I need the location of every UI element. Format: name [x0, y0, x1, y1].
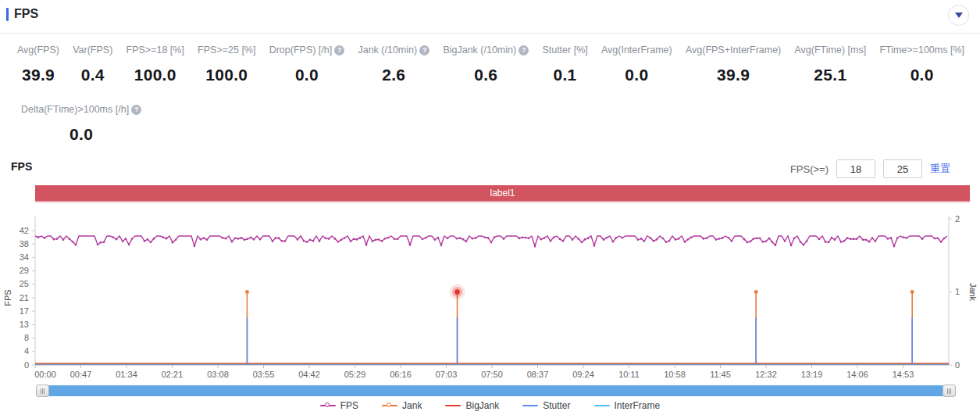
chart-svg: 4238342925211713840210FPSJank00:0000:470… — [0, 205, 980, 385]
legend-item-bigjank[interactable]: BigJank — [445, 400, 499, 411]
legend-item-fps[interactable]: FPS — [320, 400, 358, 411]
header-divider — [0, 33, 980, 34]
metric-label-text: BigJank (/10min) — [443, 45, 516, 55]
metric-label-text: FPS>=25 [%] — [198, 45, 255, 55]
metric-label: Drop(FPS) [/h]? — [269, 45, 345, 55]
metric-label-text: Avg(FPS+InterFrame) — [686, 45, 781, 55]
metric-bigjank-10min-: BigJank (/10min)?0.6 — [443, 45, 529, 84]
svg-text:0: 0 — [24, 360, 29, 370]
metric-avg-fps-: Avg(FPS)39.9 — [17, 45, 59, 84]
fps-chart-canvas[interactable]: 4238342925211713840210FPSJank00:0000:470… — [0, 205, 980, 385]
svg-text:34: 34 — [20, 252, 29, 262]
metric-avg-ftime-ms-: Avg(FTime) [ms]25.1 — [795, 45, 867, 84]
metric-value: 39.9 — [17, 66, 59, 84]
metric-label-text: FTime>=100ms [%] — [879, 45, 964, 55]
fps-max-input[interactable] — [883, 159, 922, 178]
fps-min-input[interactable] — [836, 159, 875, 178]
metric-label: Var(FPS) — [73, 45, 112, 55]
svg-text:00:47: 00:47 — [70, 370, 92, 379]
metric-value: 2.6 — [358, 66, 429, 84]
chart-zoom-scrollbar[interactable] — [37, 385, 954, 396]
help-icon[interactable]: ? — [519, 45, 529, 55]
svg-text:38: 38 — [20, 239, 29, 249]
metric-label: Stutter [%] — [542, 45, 587, 55]
svg-text:05:29: 05:29 — [344, 370, 366, 379]
metric-value: 0.0 — [269, 66, 345, 84]
metric-value: 0.0 — [21, 125, 141, 144]
svg-text:10:58: 10:58 — [664, 370, 686, 379]
accent-bar — [6, 8, 9, 21]
metric-value: 0.6 — [443, 66, 529, 84]
metrics-row-1: Avg(FPS)39.9Var(FPS)0.4FPS>=18 [%]100.0F… — [17, 45, 964, 84]
legend-item-stutter[interactable]: Stutter — [522, 400, 570, 411]
metric-label-text: FPS>=18 [%] — [127, 45, 184, 55]
svg-text:00:00: 00:00 — [34, 370, 56, 379]
svg-text:06:16: 06:16 — [390, 370, 412, 379]
svg-text:07:50: 07:50 — [481, 370, 503, 379]
metric-label-text: Jank (/10min) — [358, 45, 417, 55]
metric-label: Avg(InterFrame) — [601, 45, 672, 55]
svg-text:03:08: 03:08 — [207, 370, 229, 379]
svg-text:01:34: 01:34 — [116, 370, 137, 379]
svg-text:14:06: 14:06 — [846, 370, 868, 379]
svg-text:08:37: 08:37 — [527, 370, 549, 379]
legend-marker-icon — [445, 402, 461, 410]
metric-label: Delta(FTime)>100ms [/h]? — [21, 104, 141, 115]
metric-value: 0.1 — [542, 66, 587, 84]
metric-label-text: Avg(FPS) — [17, 45, 59, 55]
svg-text:13: 13 — [20, 320, 29, 329]
legend-item-interframe[interactable]: InterFrame — [594, 400, 661, 411]
metric-label: Avg(FPS+InterFrame) — [686, 45, 781, 55]
metric-fps-18-: FPS>=18 [%]100.0 — [127, 45, 184, 84]
fps-filter-label: FPS(>=) — [790, 163, 829, 175]
svg-text:42: 42 — [20, 226, 29, 235]
reset-button[interactable]: 重置 — [930, 162, 950, 176]
metric-label-text: Stutter [%] — [542, 45, 587, 55]
metric-ftime-100ms-: FTime>=100ms [%]0.0 — [879, 45, 964, 84]
svg-text:03:55: 03:55 — [253, 370, 275, 379]
legend-label: BigJank — [465, 400, 499, 411]
banner-label: label1 — [490, 188, 515, 199]
collapse-button[interactable] — [948, 5, 969, 26]
metric-value: 25.1 — [795, 66, 867, 84]
legend-item-jank[interactable]: Jank — [382, 400, 422, 411]
metric-avg-interframe-: Avg(InterFrame)0.0 — [601, 45, 672, 84]
scrollbar-right-handle[interactable] — [943, 385, 956, 397]
metric-label-text: Drop(FPS) [/h] — [269, 45, 333, 55]
legend-marker-icon — [320, 402, 336, 410]
metric-fps-25-: FPS>=25 [%]100.0 — [198, 45, 255, 84]
svg-text:11:45: 11:45 — [710, 370, 731, 379]
legend-marker-icon — [522, 402, 538, 410]
panel-header: FPS — [0, 6, 980, 28]
metric-label-text: Delta(FTime)>100ms [/h] — [21, 104, 129, 115]
svg-text:8: 8 — [24, 333, 29, 342]
metric-label: FTime>=100ms [%] — [879, 45, 964, 55]
metric-jank-10min-: Jank (/10min)?2.6 — [358, 45, 429, 84]
metric-delta-ftime-100ms-h-: Delta(FTime)>100ms [/h]?0.0 — [21, 104, 141, 144]
legend-label: Jank — [402, 400, 422, 411]
metric-label-text: Avg(FTime) [ms] — [795, 45, 867, 55]
metric-value: 0.0 — [601, 66, 672, 84]
svg-text:FPS: FPS — [3, 289, 12, 306]
metrics-row-2: Delta(FTime)>100ms [/h]?0.0 — [21, 104, 141, 144]
metric-stutter-: Stutter [%]0.1 — [542, 45, 587, 84]
metric-label: Jank (/10min)? — [358, 45, 429, 55]
chevron-down-icon — [955, 13, 963, 18]
scrollbar-left-handle[interactable] — [36, 385, 49, 397]
svg-text:14:53: 14:53 — [893, 370, 914, 379]
metric-value: 100.0 — [198, 66, 255, 84]
help-icon[interactable]: ? — [419, 45, 429, 55]
help-icon[interactable]: ? — [131, 105, 141, 115]
svg-text:07:03: 07:03 — [436, 370, 458, 379]
help-icon[interactable]: ? — [334, 45, 344, 55]
svg-text:2: 2 — [955, 214, 960, 224]
metric-label: Avg(FPS) — [17, 45, 59, 55]
svg-text:Jank: Jank — [968, 283, 978, 302]
metric-label: FPS>=25 [%] — [198, 45, 255, 55]
svg-text:02:21: 02:21 — [162, 370, 184, 379]
svg-text:17: 17 — [20, 306, 29, 316]
svg-text:09:24: 09:24 — [572, 370, 594, 379]
svg-text:10:11: 10:11 — [618, 370, 640, 379]
svg-text:12:32: 12:32 — [755, 370, 777, 379]
fps-dashboard-panel: FPS Avg(FPS)39.9Var(FPS)0.4FPS>=18 [%]10… — [0, 0, 980, 415]
